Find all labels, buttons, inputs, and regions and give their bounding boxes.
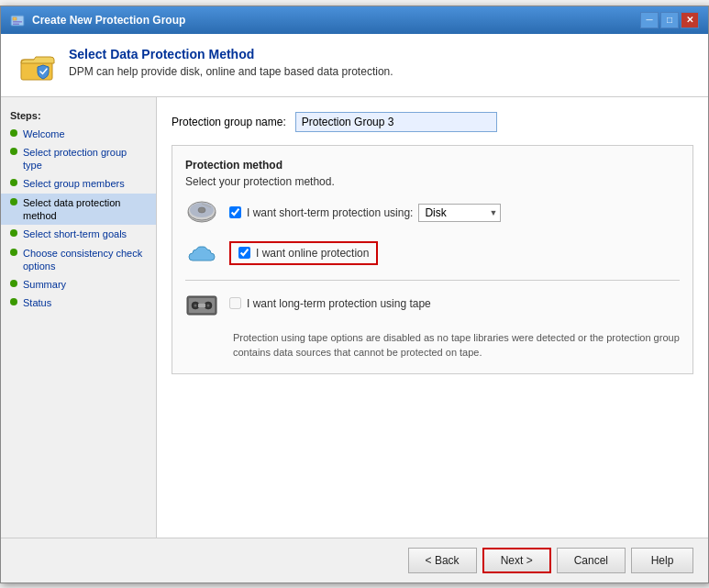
protection-group-label: Protection group name: — [172, 116, 286, 128]
sidebar-item-welcome-label: Welcome — [23, 128, 65, 140]
sidebar-item-method-label: Select data protection method — [23, 196, 147, 223]
svg-point-15 — [207, 304, 210, 306]
protection-group-input[interactable] — [295, 112, 497, 132]
section-subtitle: Select your protection method. — [185, 175, 680, 188]
section-title: Protection method — [185, 159, 680, 172]
content-area: Protection group name: Protection method… — [157, 97, 708, 538]
sidebar-item-shortterm[interactable]: Select short-term goals — [1, 225, 156, 243]
help-button[interactable]: Help — [631, 548, 693, 573]
cloud-icon — [185, 239, 218, 267]
sidebar-item-welcome[interactable]: Welcome — [1, 125, 156, 143]
steps-label: Steps: — [1, 106, 156, 125]
header-icon — [19, 47, 56, 83]
dot-members — [10, 179, 17, 186]
disk-dropdown[interactable]: Disk Tape — [418, 204, 501, 222]
sidebar-item-shortterm-label: Select short-term goals — [23, 227, 127, 240]
title-bar-controls: ─ □ ✕ — [640, 12, 699, 28]
sidebar-item-type-label: Select protection group type — [23, 146, 147, 172]
sidebar-item-method[interactable]: Select data protection method — [1, 194, 156, 226]
sidebar: Steps: Welcome Select protection group t… — [1, 97, 157, 538]
svg-rect-16 — [198, 304, 205, 307]
protection-group-name-row: Protection group name: — [172, 112, 693, 132]
dot-shortterm — [10, 229, 17, 237]
dot-consistency — [10, 249, 17, 256]
short-term-checkbox[interactable] — [229, 206, 241, 218]
svg-point-14 — [194, 304, 197, 306]
svg-rect-3 — [13, 23, 19, 25]
sidebar-item-consistency-label: Choose consistency check options — [23, 247, 147, 273]
header-text: Select Data Protection Method DPM can he… — [69, 47, 393, 78]
short-term-option: I want short-term protection using: Disk… — [229, 204, 680, 222]
main-window: Create New Protection Group ─ □ ✕ Select… — [0, 6, 709, 583]
title-bar: Create New Protection Group ─ □ ✕ — [1, 6, 708, 34]
dot-method — [10, 198, 17, 205]
sidebar-item-members[interactable]: Select group members — [1, 174, 156, 193]
header-area: Select Data Protection Method DPM can he… — [1, 34, 708, 97]
header-title: Select Data Protection Method — [69, 47, 393, 61]
dot-type — [10, 148, 17, 155]
title-bar-text: Create New Protection Group — [32, 14, 185, 27]
tape-icon — [185, 290, 218, 317]
sidebar-item-status[interactable]: Status — [1, 294, 156, 312]
main-content: Steps: Welcome Select protection group t… — [1, 97, 708, 538]
sidebar-item-status-label: Status — [23, 296, 51, 309]
dot-welcome — [10, 129, 17, 137]
online-protection-box: I want online protection — [229, 241, 378, 265]
tape-note: Protection using tape options are disabl… — [233, 330, 680, 361]
svg-point-8 — [198, 207, 205, 213]
window-icon — [10, 13, 25, 28]
header-subtitle: DPM can help provide disk, online and ta… — [69, 65, 393, 78]
separator — [185, 280, 680, 281]
protection-method-panel: Protection method Select your protection… — [172, 145, 693, 374]
tape-checkbox[interactable] — [229, 297, 241, 309]
sidebar-item-summary-label: Summary — [23, 278, 66, 291]
minimize-button[interactable]: ─ — [640, 12, 659, 28]
footer: < Back Next > Cancel Help — [1, 538, 708, 582]
svg-rect-1 — [13, 17, 17, 20]
online-checkbox[interactable] — [238, 247, 250, 259]
cancel-button[interactable]: Cancel — [557, 548, 626, 573]
svg-rect-2 — [13, 21, 22, 23]
tape-protection-row: I want long-term protection using tape — [185, 290, 680, 317]
sidebar-item-type[interactable]: Select protection group type — [1, 143, 156, 175]
sidebar-item-members-label: Select group members — [23, 177, 125, 190]
online-label: I want online protection — [256, 247, 369, 260]
sidebar-item-consistency[interactable]: Choose consistency check options — [1, 244, 156, 276]
back-button[interactable]: < Back — [408, 548, 477, 573]
dot-summary — [10, 280, 17, 287]
dot-status — [10, 298, 17, 305]
tape-option: I want long-term protection using tape — [229, 297, 680, 310]
title-bar-left: Create New Protection Group — [10, 13, 185, 28]
disk-dropdown-wrapper: Disk Tape ▼ — [418, 204, 501, 222]
sidebar-item-summary[interactable]: Summary — [1, 275, 156, 294]
next-button[interactable]: Next > — [482, 548, 551, 573]
short-term-label: I want short-term protection using: — [247, 206, 413, 219]
disk-icon — [185, 199, 218, 227]
tape-label: I want long-term protection using tape — [247, 297, 431, 310]
online-option: I want online protection — [229, 241, 680, 265]
maximize-button[interactable]: □ — [660, 12, 679, 28]
close-button[interactable]: ✕ — [681, 12, 699, 28]
online-protection-row: I want online protection — [185, 239, 680, 267]
short-term-row: I want short-term protection using: Disk… — [185, 199, 680, 227]
